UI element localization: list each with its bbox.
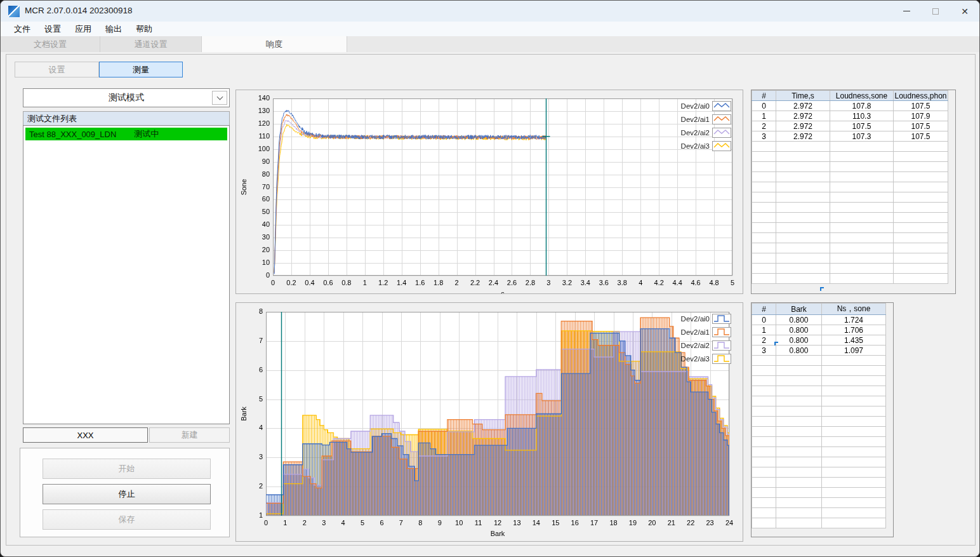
table-cell: [752, 142, 776, 152]
start-button[interactable]: 开始: [43, 459, 211, 479]
table-row[interactable]: 20.8001.435: [752, 335, 886, 346]
test-file-listbox[interactable]: Test 88_XXX_009_LDN测试中: [23, 125, 230, 424]
table-empty-row: [752, 518, 886, 528]
minimize-button[interactable]: [892, 1, 921, 22]
legend-label: Dev2/ai3: [681, 355, 710, 363]
loudness-time-chart[interactable]: [236, 90, 743, 293]
xxx-button[interactable]: XXX: [23, 427, 148, 443]
table-cell: 2.972: [776, 121, 830, 131]
tab-2[interactable]: 通道设置: [100, 36, 202, 52]
legend-entry-Dev2-ai1[interactable]: Dev2/ai1: [681, 112, 731, 126]
maximize-button[interactable]: [921, 1, 950, 22]
test-file-item[interactable]: Test 88_XXX_009_LDN测试中: [25, 128, 227, 140]
legend-entry-Dev2-ai0[interactable]: Dev2/ai0: [681, 99, 731, 112]
table-empty-row: [752, 172, 948, 182]
specific-loudness-table: #BarkNs，sone00.8001.72410.8001.70620.800…: [752, 303, 886, 528]
legend-entry-Dev2-ai0[interactable]: Dev2/ai0: [681, 312, 731, 325]
table-cell: 107.5: [894, 121, 948, 131]
table-cell: 0.800: [776, 335, 822, 346]
legend-sample-step-icon: [712, 327, 731, 337]
stop-button[interactable]: 停止: [43, 484, 211, 504]
table-cell: [752, 243, 776, 253]
table-row[interactable]: 22.972107.5107.5: [752, 121, 948, 131]
table-row[interactable]: 32.972107.3107.5: [752, 131, 948, 142]
table-cell: [830, 233, 894, 243]
table-empty-row: [752, 406, 886, 417]
table-cell: [822, 488, 886, 498]
table-empty-row: [752, 427, 886, 437]
app-icon: [8, 6, 20, 17]
table-cell: [894, 192, 948, 203]
table-cell: 107.9: [894, 111, 948, 121]
legend-entry-Dev2-ai1[interactable]: Dev2/ai1: [681, 325, 731, 339]
table-cell: 107.3: [830, 131, 894, 142]
save-button[interactable]: 保存: [43, 509, 211, 530]
table-cell: 2.972: [776, 111, 830, 121]
legend-entry-Dev2-ai3[interactable]: Dev2/ai3: [681, 352, 731, 365]
table-cell: [894, 172, 948, 182]
table-cell: 107.5: [894, 131, 948, 142]
table-row[interactable]: 00.8001.724: [752, 315, 886, 325]
table-cell: [776, 427, 822, 437]
table-cell: [752, 253, 776, 264]
table-cell: [776, 498, 822, 508]
table-row[interactable]: 10.8001.706: [752, 325, 886, 335]
table-cell: [830, 264, 894, 274]
subtab-settings[interactable]: 设置: [15, 62, 99, 77]
legend-entry-Dev2-ai3[interactable]: Dev2/ai3: [681, 139, 731, 152]
table-cell: [776, 152, 830, 162]
table-empty-row: [752, 498, 886, 508]
table-row[interactable]: 12.972110.3107.9: [752, 111, 948, 121]
table-cell: [894, 152, 948, 162]
table-cell: [776, 366, 822, 376]
tab-1[interactable]: 文档设置: [1, 36, 100, 52]
table-cell: 1.706: [822, 325, 886, 335]
new-button[interactable]: 新建: [149, 427, 230, 443]
table-cell: [830, 172, 894, 182]
menu-item-1[interactable]: 文件: [7, 22, 37, 36]
table-cell: [822, 518, 886, 528]
close-button[interactable]: ✕: [950, 1, 979, 22]
table-cell: 107.5: [894, 101, 948, 111]
legend-label: Dev2/ai0: [681, 315, 710, 323]
dropdown-arrow-box: [212, 91, 227, 105]
legend-entry-Dev2-ai2[interactable]: Dev2/ai2: [681, 339, 731, 352]
column-header: Loudness,phon: [894, 91, 948, 101]
menu-item-5[interactable]: 帮助: [129, 22, 159, 36]
table-cell: [776, 406, 822, 417]
table-header-row: #BarkNs，sone: [752, 304, 886, 315]
table-cell: [776, 386, 822, 396]
legend-label: Dev2/ai2: [681, 129, 710, 137]
app-window: MCR 2.07.0.014 202300918 ✕ 文件设置应用输出帮助 文档…: [0, 0, 980, 557]
table-row[interactable]: 02.972107.8107.5: [752, 101, 948, 111]
table-cell: [822, 366, 886, 376]
table-cell: [776, 162, 830, 172]
menu-item-3[interactable]: 应用: [68, 22, 98, 36]
legend-sample-line-icon: [712, 114, 731, 124]
subtab-measure[interactable]: 测量: [99, 62, 183, 77]
table-cell: [822, 406, 886, 417]
legend-entry-Dev2-ai2[interactable]: Dev2/ai2: [681, 126, 731, 139]
table-cell: 1: [752, 325, 776, 335]
tab-3[interactable]: 响度: [202, 36, 347, 52]
table-empty-row: [752, 253, 948, 264]
table-cell: [776, 376, 822, 386]
table-empty-row: [752, 233, 948, 243]
legend-label: Dev2/ai3: [681, 142, 710, 150]
legend-sample-line-icon: [712, 101, 731, 111]
table-cell: [776, 467, 822, 478]
table-cell: [776, 223, 830, 233]
table-cell: 2.972: [776, 131, 830, 142]
table-cell: [776, 213, 830, 223]
menu-item-4[interactable]: 输出: [98, 22, 129, 36]
table-cell: [752, 356, 776, 366]
loudness-time-chart-panel: Dev2/ai0Dev2/ai1Dev2/ai2Dev2/ai3: [235, 90, 743, 294]
specific-loudness-chart[interactable]: [236, 303, 743, 541]
table-cell: [752, 223, 776, 233]
table-cell: [752, 447, 776, 457]
table-row[interactable]: 30.8001.097: [752, 346, 886, 356]
menu-item-2[interactable]: 设置: [37, 22, 68, 36]
test-mode-select[interactable]: 测试模式: [23, 88, 230, 107]
table-cell: [752, 427, 776, 437]
legend-label: Dev2/ai0: [681, 102, 710, 110]
